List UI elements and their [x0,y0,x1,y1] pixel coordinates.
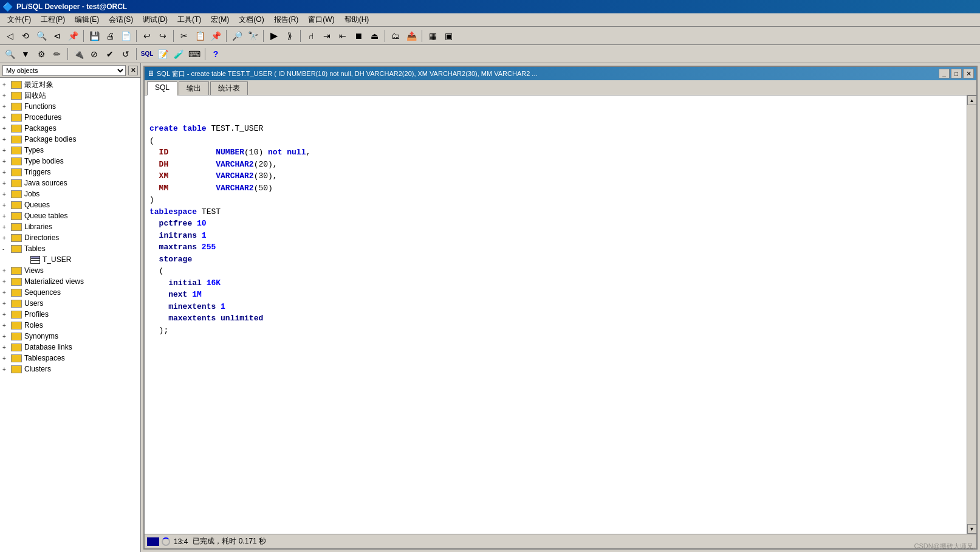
collapse-icon[interactable]: - [2,246,10,252]
tree-item[interactable]: +Procedures [0,112,140,123]
tb-search-btn[interactable]: 🔍 [34,29,49,43]
expand-icon[interactable]: + [2,158,10,165]
expand-icon[interactable]: + [2,180,10,187]
tb-stepout-btn[interactable]: ⇤ [335,29,350,43]
menu-window[interactable]: 窗口(W) [303,13,339,26]
tb2-help-btn[interactable]: ? [208,47,223,61]
expand-icon[interactable]: + [2,125,10,132]
tree-item[interactable]: +Users [0,298,140,309]
tb-save-btn[interactable]: 💾 [87,29,101,43]
tb2-edit-btn[interactable]: ✏ [50,47,64,61]
tb2-sql-btn[interactable]: SQL [140,47,154,61]
tb-find-btn[interactable]: 🔎 [230,29,244,43]
tree-item[interactable]: +Queues [0,199,140,210]
expand-icon[interactable]: + [2,191,10,198]
tree-item[interactable]: +Directories [0,232,140,243]
tb2-dropdown-btn[interactable]: ▼ [18,47,33,61]
tree-item[interactable]: +Java sources [0,178,140,188]
sql-minimize-btn[interactable]: _ [939,69,950,78]
tree-item[interactable]: +Clusters [0,364,140,374]
menu-file[interactable]: 文件(F) [2,13,36,26]
tb-back-btn[interactable]: ◁ [2,29,17,43]
expand-icon[interactable]: + [2,202,10,209]
menu-project[interactable]: 工程(P) [36,13,70,26]
tree-item[interactable]: +Database links [0,342,140,353]
tree-area[interactable]: +最近对象+回收站+Functions+Procedures+Packages+… [0,78,140,552]
expand-icon[interactable]: + [2,213,10,219]
tree-item[interactable]: +Queue tables [0,210,140,221]
tb2-test-btn[interactable]: 🧪 [171,47,186,61]
tb2-proc-btn[interactable]: 📝 [156,47,170,61]
tree-item[interactable]: +Profiles [0,309,140,320]
tb-export-btn[interactable]: 📤 [404,29,419,43]
expand-icon[interactable]: + [2,169,10,176]
tb2-rollback-btn[interactable]: ↺ [118,47,133,61]
sql-editor[interactable]: create table TEST.T_USER( ID NUMBER(10) … [145,95,967,534]
tree-item[interactable]: +最近对象 [0,79,140,90]
expand-icon[interactable]: + [2,92,10,99]
expand-icon[interactable]: + [2,81,10,88]
tb-arrows-btn[interactable]: ⟲ [18,29,33,43]
tree-item[interactable]: +Tablespaces [0,353,140,364]
tb-run-btn[interactable]: ▶ [267,29,281,43]
expand-icon[interactable]: + [2,344,10,351]
tb-run2-btn[interactable]: ⟫ [283,29,297,43]
tb-copy-btn[interactable]: 📋 [193,29,207,43]
expand-icon[interactable]: + [2,147,10,154]
tb2-commit-btn[interactable]: ✔ [103,47,117,61]
tb2-search-btn[interactable]: 🔍 [2,47,17,61]
expand-icon[interactable]: + [2,224,10,230]
expand-icon[interactable]: + [2,333,10,340]
tb-print-btn[interactable]: 🖨 [103,29,117,43]
expand-icon[interactable]: + [2,235,10,241]
sql-scrollbar[interactable]: ▲ ▼ [967,95,976,534]
expand-icon[interactable]: + [2,322,10,329]
tree-item[interactable]: +Package bodies [0,134,140,145]
tb-cut-btn[interactable]: ✂ [177,29,191,43]
tb-step-btn[interactable]: ⇥ [320,29,334,43]
tb2-cmd-btn[interactable]: ⌨ [187,47,202,61]
tb-stop-btn[interactable]: ⏹ [351,29,366,43]
expand-icon[interactable]: + [2,289,10,296]
menu-help[interactable]: 帮助(H) [340,13,374,26]
menu-doc[interactable]: 文档(O) [234,13,269,26]
sql-close-btn[interactable]: ✕ [963,69,974,78]
menu-session[interactable]: 会话(S) [104,13,138,26]
tb-abort-btn[interactable]: ⏏ [367,29,382,43]
tree-item[interactable]: +Jobs [0,188,140,199]
tree-item[interactable]: -Tables [0,243,140,254]
tree-item[interactable]: +Roles [0,320,140,331]
expand-icon[interactable]: + [2,355,10,362]
tab-stats[interactable]: 统计表 [210,81,248,95]
left-panel-close-btn[interactable]: ✕ [128,66,138,75]
tree-item[interactable]: +Types [0,145,140,156]
tb-binocular-btn[interactable]: 🔭 [245,29,260,43]
sql-maximize-btn[interactable]: □ [951,69,962,78]
tree-item[interactable]: +Triggers [0,167,140,178]
tab-output[interactable]: 输出 [179,81,209,95]
menu-macro[interactable]: 宏(M) [206,13,234,26]
expand-icon[interactable]: + [2,136,10,143]
expand-icon[interactable]: + [2,311,10,318]
tree-item[interactable]: +Synonyms [0,331,140,342]
tree-item[interactable]: +回收站 [0,90,140,101]
tb-undo-btn[interactable]: ↩ [140,29,154,43]
menu-edit[interactable]: 编辑(E) [70,13,104,26]
expand-icon[interactable]: + [2,114,10,121]
tree-item[interactable]: +Materialized views [0,276,140,287]
tree-item[interactable]: +Type bodies [0,156,140,167]
tree-item[interactable]: +Views [0,265,140,276]
menu-debug[interactable]: 调试(D) [138,13,173,26]
menu-tools[interactable]: 工具(T) [173,13,206,26]
expand-icon[interactable]: + [2,366,10,373]
tree-item[interactable]: +Libraries [0,221,140,232]
tb-filter-btn[interactable]: ⊲ [50,29,64,43]
tree-item[interactable]: T_USER [0,254,140,265]
tb-redo-btn[interactable]: ↪ [156,29,170,43]
expand-icon[interactable]: + [2,278,10,285]
tb2-config-btn[interactable]: ⚙ [34,47,49,61]
tb-pin-btn[interactable]: 📌 [66,29,80,43]
menu-report[interactable]: 报告(R) [269,13,304,26]
tb-grid2-btn[interactable]: ▣ [441,29,456,43]
tb-print2-btn[interactable]: 📄 [118,29,133,43]
